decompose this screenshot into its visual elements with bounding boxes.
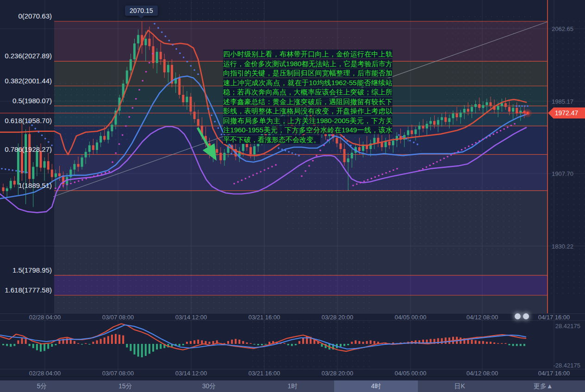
x-axis-label: 04/12 08:00	[454, 314, 510, 321]
fib-label-0786: 0.786(1928.27)	[0, 145, 52, 153]
nav-dot-icon[interactable]	[515, 313, 521, 319]
x-axis-label-macd: 03/14 12:00	[163, 370, 219, 377]
tab-more[interactable]: 更多▲	[501, 380, 585, 392]
tab-30min[interactable]: 30分	[167, 380, 251, 392]
x-axis-label: 04/05 00:00	[383, 314, 438, 321]
fib-label-0: 0(2070.63)	[0, 12, 52, 20]
x-axis-label: 03/28 20:00	[310, 314, 365, 321]
trading-app: { "tooltip": {"text": "2070.15", "x": 30…	[0, 0, 585, 392]
macd-min-label: -28.42175	[523, 362, 580, 369]
y-axis-label: 2062.65	[552, 25, 573, 32]
x-axis-label-macd: 04/12 08:00	[454, 370, 510, 377]
x-axis-label-macd: 04/17 16:00	[526, 370, 582, 377]
y-axis-label: 1907.70	[552, 170, 573, 177]
macd-max-label: 28.42175	[523, 323, 580, 330]
x-axis-label: 04/17 16:00	[526, 314, 582, 321]
x-axis-label-macd: 02/28 04:00	[17, 370, 73, 377]
y-axis-label: 1985.17	[552, 98, 573, 105]
x-axis-label: 03/14 12:00	[163, 314, 219, 321]
tab-daily[interactable]: 日K	[418, 380, 502, 392]
divider	[0, 313, 585, 314]
y-axis-label: 1830.22	[552, 243, 573, 250]
fib-label-1618: 1.618(1777.58)	[0, 286, 52, 294]
x-axis-label: 03/21 16:00	[236, 314, 292, 321]
divider	[0, 369, 585, 369]
last-price-tag: 1972.47	[548, 107, 585, 118]
peak-price-tooltip: 2070.15	[125, 6, 158, 16]
annotation-text: 四小时级别上看，布林带开口向上，金价运行在中上轨运行，金价多次测试1980都无法…	[223, 50, 392, 144]
fib-label-0236: 0.236(2027.89)	[0, 52, 52, 60]
divider	[0, 376, 585, 377]
divider	[0, 320, 585, 321]
fib-label-05: 0.5(1980.07)	[0, 97, 52, 105]
tab-4hour[interactable]: 4时	[334, 380, 418, 392]
x-axis-label: 03/07 08:00	[90, 314, 146, 321]
nav-dot-icon[interactable]	[523, 313, 529, 319]
fib-label-0382: 0.382(2001.44)	[0, 77, 52, 85]
x-axis-label-macd: 04/05 00:00	[383, 370, 438, 377]
fib-label-1: 1(1889.51)	[0, 181, 52, 189]
timeframe-toolbar: 5分 15分 30分 1时 4时 日K 更多▲	[0, 380, 585, 392]
x-axis-label-macd: 03/07 08:00	[90, 370, 146, 377]
fib-label-15: 1.5(1798.95)	[0, 266, 52, 274]
analyst-annotation: 四小时级别上看，布林带开口向上，金价运行在中上轨运行，金价多次测试1980都无法…	[223, 50, 392, 144]
tab-5min[interactable]: 5分	[0, 380, 84, 392]
tab-15min[interactable]: 15分	[84, 380, 168, 392]
x-axis-label-macd: 03/28 20:00	[310, 370, 365, 377]
tab-1hour[interactable]: 1时	[251, 380, 335, 392]
x-axis-label: 02/28 04:00	[17, 314, 73, 321]
fib-label-0618: 0.618(1958.70)	[0, 117, 52, 124]
x-axis-label-macd: 03/21 16:00	[236, 370, 292, 377]
